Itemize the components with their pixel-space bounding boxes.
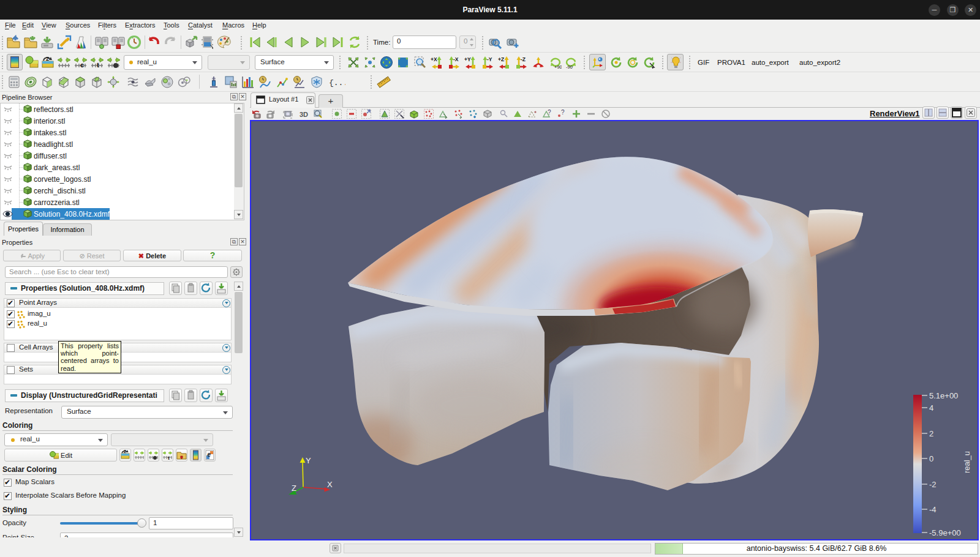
svg-text:e: e xyxy=(208,451,211,458)
svg-text:c: c xyxy=(80,61,84,69)
svg-text:-Z: -Z xyxy=(521,56,526,62)
svg-text:-X: -X xyxy=(453,56,459,62)
svg-text:0: 0 xyxy=(929,454,933,463)
svg-text:-5.9e+00: -5.9e+00 xyxy=(929,528,961,537)
svg-text:2: 2 xyxy=(124,449,126,454)
svg-text:?: ? xyxy=(548,109,551,116)
svg-text:t: t xyxy=(97,61,99,69)
svg-text:+Z: +Z xyxy=(498,56,504,62)
svg-text:-Y: -Y xyxy=(487,56,492,62)
svg-text:-2: -2 xyxy=(929,480,937,489)
svg-text:?: ? xyxy=(561,109,565,116)
svg-text:-4: -4 xyxy=(929,505,937,514)
svg-text:5.1e+00: 5.1e+00 xyxy=(929,391,958,400)
svg-text:Y: Y xyxy=(306,456,311,465)
svg-text:2: 2 xyxy=(929,429,933,438)
svg-text:X: X xyxy=(327,480,333,489)
svg-text:t: t xyxy=(168,455,170,461)
svg-text:real_u: real_u xyxy=(962,451,971,473)
svg-text:+90: +90 xyxy=(554,64,562,69)
svg-text:-90: -90 xyxy=(566,64,573,69)
svg-text:Z: Z xyxy=(292,484,296,493)
svg-text:2: 2 xyxy=(46,56,49,62)
svg-text:3D: 3D xyxy=(300,111,308,118)
svg-text:+X: +X xyxy=(431,56,437,62)
svg-text:{...}: {...} xyxy=(329,78,345,88)
svg-text:4: 4 xyxy=(929,403,933,413)
svg-text:+Y: +Y xyxy=(464,56,471,62)
